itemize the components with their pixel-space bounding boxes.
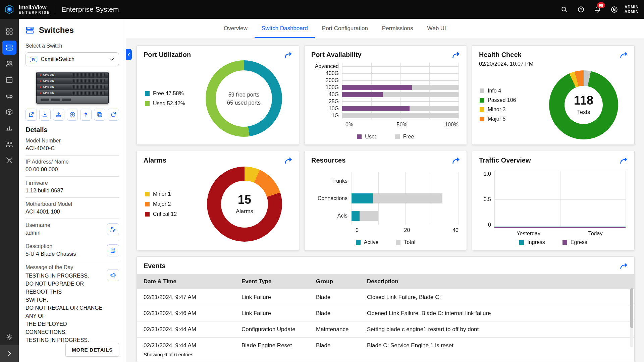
edit-note-button[interactable] [107,244,119,256]
open-external-button[interactable] [25,109,37,121]
axis-category-label: 10G [311,105,342,112]
restart-button[interactable] [108,109,119,121]
axis-category-label: Connections [311,190,352,207]
motd-block: Message of the Day TESTING IN PROGRESS.D… [25,261,119,348]
field-label: Username [25,222,107,228]
panel-collapse-button[interactable] [126,49,132,60]
tab-switch-dashboard[interactable]: Switch Dashboard [255,19,315,38]
tab-bar: OverviewSwitch DashboardPort Configurati… [126,19,644,38]
dashboard-nav-icon[interactable] [2,24,16,39]
tab-permissions[interactable]: Permissions [375,19,420,38]
help-icon[interactable] [574,2,588,17]
donut-center-line1: 59 free ports [228,90,260,99]
notification-badge: 98 [597,2,605,8]
alarms-donut: 15 Alarms [207,167,282,242]
events-row: 02/21/2024, 9:47 AMLink FailureBladeClos… [137,289,634,305]
motd-label: Message of the Day [25,264,107,270]
scrollbar-thumb[interactable] [630,288,633,328]
more-details-button[interactable]: MORE DETAILS [65,343,119,357]
switch-blade: APCON [37,84,108,90]
tools-nav-icon[interactable] [2,153,16,167]
axis-tick-label: 40 [452,227,459,233]
switch-select-dropdown[interactable]: IV CamilleSwitch [25,52,119,66]
legend-item: Used [357,134,377,140]
events-cell: Blade [309,294,360,301]
switches-icon [25,26,34,35]
bar-row-100g [342,84,459,91]
field-value: ACI-4040-C [25,145,119,152]
announce-button[interactable] [107,269,119,281]
axis-category-label: Advanced [311,63,342,70]
x-axis: 0%50%100% [345,119,459,129]
search-icon[interactable] [557,2,572,17]
events-cell: Link Failure [235,310,309,317]
chart-legend: Minor 1Major 2Critical 12 [145,191,199,217]
user-name[interactable]: ADMIN ADMIN [625,5,639,14]
port-utilization-card: Port Utilization Free 47.58%Used 52.42% … [137,45,299,145]
motd-line: DO NOT RECALL OR CHANGE ANY OF [25,304,107,320]
calendar-nav-icon[interactable] [2,73,16,87]
package-nav-icon[interactable] [2,105,16,119]
share-icon[interactable] [620,51,629,59]
events-row: 02/21/2024, 9:46 AMLink FailureBladeOpen… [137,305,634,321]
switches-nav-icon[interactable] [2,41,16,55]
legend-item: Used 52.42% [145,101,201,107]
app-title: Enterprise System [61,5,119,13]
duplicate-button[interactable] [94,109,105,121]
y-axis: 1.00.50 [479,171,494,228]
edit-user-button[interactable] [107,223,119,235]
team-nav-icon[interactable] [2,137,16,151]
motd-line: TESTING IN PROGRESS. [25,272,107,280]
port-availability-card: Port Availability Advanced400G200G100G40… [304,45,467,145]
tab-overview[interactable]: Overview [217,19,255,38]
axis-category-label: 1G [311,112,342,119]
bar-row-1g [342,112,459,119]
motd-line: THE DEPLOYED CONNECTIONS. [25,320,107,336]
axis-category-label: 40G [311,91,342,98]
tab-web-ui[interactable]: Web UI [420,19,453,38]
share-icon[interactable] [284,51,293,59]
app-logo-icon[interactable] [0,4,19,14]
share-icon[interactable] [284,157,293,165]
legend-item: Major 2 [145,201,199,207]
page-title: Switches [39,25,74,35]
brand-subtitle: ENTERPRISE [19,11,50,14]
select-switch-label: Select a Switch [25,43,119,49]
events-scrollbar[interactable] [630,288,633,347]
users-nav-icon[interactable] [2,57,16,71]
field-label: Firmware [25,180,119,186]
share-icon[interactable] [620,262,629,270]
probe-button[interactable] [80,109,92,121]
donut-center-label: Tests [577,108,590,116]
install-firmware-button[interactable] [53,109,64,121]
card-grid: Port Utilization Free 47.58%Used 52.42% … [126,38,644,362]
port-utilization-donut: 59 free ports 65 used ports [206,60,282,137]
vehicle-nav-icon[interactable] [2,89,16,103]
analytics-nav-icon[interactable] [2,121,16,135]
upload-button[interactable] [67,109,78,121]
share-icon[interactable] [620,157,629,165]
events-column-header: Event Type [235,278,309,285]
health-check-card: Health Check 02/20/2024, 10:07 PM Info 4… [472,45,635,145]
user-avatar-icon[interactable] [607,2,622,17]
axis-category-label: 200G [311,77,342,84]
motd-text: TESTING IN PROGRESS.DO NOT UPGRADE OR RE… [25,272,107,344]
bar-row-25g [342,98,459,105]
bar-row-acls [352,207,459,225]
selected-switch-name: CamilleSwitch [41,56,105,62]
chevron-right-rail-icon[interactable] [0,345,19,362]
tab-port-configuration[interactable]: Port Configuration [315,19,375,38]
traffic-overview-card: Traffic Overview 1.00.50 YesterdayToday … [472,151,635,250]
traffic-plot: YesterdayToday [494,171,626,228]
axis-tick-label: 50% [396,122,407,128]
share-icon[interactable] [452,51,461,59]
axis-tick-label: Yesterday [517,231,540,237]
legend-item: Minor 1 [145,191,199,197]
switch-blade: APCON [37,72,108,78]
axis-category-label: 400G [311,70,342,77]
card-title: Port Availability [311,51,362,59]
import-config-button[interactable] [39,109,51,121]
notifications-icon[interactable]: 98 [590,2,605,17]
share-icon[interactable] [452,157,461,165]
settings-rail-icon[interactable] [2,330,16,344]
